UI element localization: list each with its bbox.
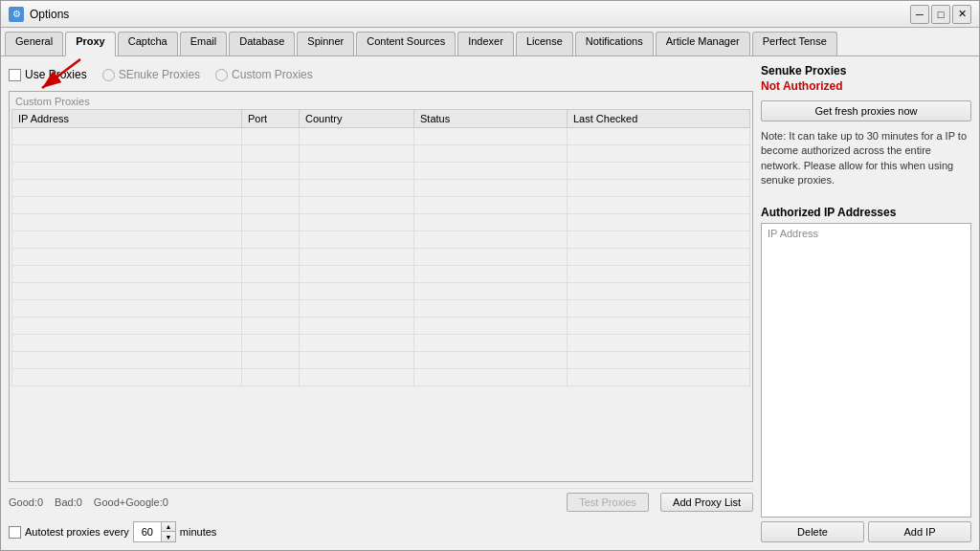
table-row bbox=[12, 231, 750, 249]
add-proxy-list-button[interactable]: Add Proxy List bbox=[660, 493, 753, 512]
use-proxies-checkbox[interactable] bbox=[9, 69, 21, 81]
content-area: Use Proxies SEnuke Proxies Custom Proxie… bbox=[1, 56, 979, 550]
test-proxies-button[interactable]: Test Proxies bbox=[567, 493, 649, 512]
use-proxies-checkbox-label[interactable]: Use Proxies bbox=[9, 68, 87, 81]
tab-indexer[interactable]: Indexer bbox=[457, 32, 514, 55]
tab-perfect-tense[interactable]: Perfect Tense bbox=[752, 32, 837, 55]
ip-box-header: IP Address bbox=[768, 228, 965, 241]
tab-proxy[interactable]: Proxy bbox=[65, 32, 116, 56]
tab-email[interactable]: Email bbox=[180, 32, 228, 55]
table-row bbox=[12, 335, 750, 352]
title-bar-left: ⚙ Options bbox=[9, 7, 69, 22]
senuke-section: Senuke Proxies Not Authorized Get fresh … bbox=[761, 64, 971, 198]
custom-proxies-label: Custom Proxies bbox=[232, 68, 313, 81]
col-header-ip: IP Address bbox=[12, 110, 242, 128]
delete-button[interactable]: Delete bbox=[761, 521, 864, 542]
autotest-input[interactable] bbox=[134, 525, 161, 539]
autotest-checkbox[interactable] bbox=[9, 526, 21, 539]
autotest-unit: minutes bbox=[180, 526, 217, 538]
col-header-last-checked: Last Checked bbox=[568, 110, 750, 128]
close-button[interactable]: ✕ bbox=[952, 5, 971, 24]
left-panel: Use Proxies SEnuke Proxies Custom Proxie… bbox=[9, 64, 753, 542]
bottom-bar: Good:0 Bad:0 Good+Google:0 Test Proxies … bbox=[9, 488, 753, 516]
minimize-button[interactable]: ─ bbox=[910, 5, 929, 24]
table-row bbox=[12, 180, 750, 197]
use-proxies-label: Use Proxies bbox=[25, 68, 87, 81]
custom-proxies-radio[interactable] bbox=[215, 69, 228, 81]
window-icon: ⚙ bbox=[9, 7, 24, 22]
table-row bbox=[12, 145, 750, 163]
proxy-table-body bbox=[12, 128, 750, 386]
spinner-up-button[interactable]: ▲ bbox=[162, 522, 175, 532]
authorized-title: Authorized IP Addresses bbox=[761, 206, 971, 219]
stat-bad: Bad:0 bbox=[55, 496, 82, 508]
table-row bbox=[12, 318, 750, 335]
custom-proxies-group-label: Custom Proxies bbox=[11, 94, 750, 109]
options-window: ⚙ Options ─ □ ✕ General Proxy Captcha Em… bbox=[0, 0, 980, 551]
table-row bbox=[12, 163, 750, 180]
senuke-status: Not Authorized bbox=[761, 79, 971, 93]
table-row bbox=[12, 249, 750, 266]
senuke-proxies-radio-label[interactable]: SEnuke Proxies bbox=[102, 68, 200, 81]
proxy-table: IP Address Port Country Status Last Chec… bbox=[11, 109, 750, 386]
right-panel: Senuke Proxies Not Authorized Get fresh … bbox=[761, 64, 971, 542]
senuke-proxies-label: SEnuke Proxies bbox=[119, 68, 200, 81]
tab-bar: General Proxy Captcha Email Database Spi… bbox=[1, 28, 979, 56]
table-row bbox=[12, 283, 750, 300]
tab-content-sources[interactable]: Content Sources bbox=[356, 32, 456, 55]
tab-spinner[interactable]: Spinner bbox=[297, 32, 354, 55]
table-row bbox=[12, 369, 750, 386]
senuke-proxies-radio[interactable] bbox=[102, 69, 115, 81]
spinner-arrows: ▲ ▼ bbox=[161, 522, 175, 541]
table-row bbox=[12, 128, 750, 145]
proxy-stats: Good:0 Bad:0 Good+Google:0 bbox=[9, 496, 168, 508]
add-ip-button[interactable]: Add IP bbox=[868, 521, 971, 542]
ip-address-box: IP Address bbox=[761, 223, 971, 518]
custom-proxies-group: Custom Proxies IP Address Port Country S… bbox=[9, 91, 753, 482]
spinner-down-button[interactable]: ▼ bbox=[162, 532, 175, 541]
proxy-table-wrapper: IP Address Port Country Status Last Chec… bbox=[11, 109, 750, 479]
col-header-status: Status bbox=[414, 110, 568, 128]
proxy-table-header: IP Address Port Country Status Last Chec… bbox=[12, 110, 750, 128]
autotest-spinner[interactable]: ▲ ▼ bbox=[133, 521, 176, 542]
title-bar: ⚙ Options ─ □ ✕ bbox=[1, 1, 979, 28]
table-row bbox=[12, 197, 750, 214]
col-header-port: Port bbox=[242, 110, 300, 128]
maximize-button[interactable]: □ bbox=[931, 5, 950, 24]
stat-good-google: Good+Google:0 bbox=[94, 496, 168, 508]
authorized-section: Authorized IP Addresses IP Address Delet… bbox=[761, 206, 971, 542]
custom-proxies-radio-label[interactable]: Custom Proxies bbox=[215, 68, 313, 81]
col-header-country: Country bbox=[300, 110, 414, 128]
autotest-row: Autotest proxies every ▲ ▼ minutes bbox=[9, 521, 753, 542]
get-fresh-proxies-button[interactable]: Get fresh proxies now bbox=[761, 100, 971, 121]
stat-good: Good:0 bbox=[9, 496, 43, 508]
tab-database[interactable]: Database bbox=[229, 32, 295, 55]
tab-general[interactable]: General bbox=[5, 32, 63, 55]
table-row bbox=[12, 300, 750, 318]
window-title: Options bbox=[30, 8, 69, 21]
proxy-options-row: Use Proxies SEnuke Proxies Custom Proxie… bbox=[9, 64, 753, 85]
title-buttons: ─ □ ✕ bbox=[910, 5, 971, 24]
tab-license[interactable]: License bbox=[516, 32, 573, 55]
table-row bbox=[12, 266, 750, 283]
senuke-note: Note: It can take up to 30 minutes for a… bbox=[761, 129, 971, 188]
tab-captcha[interactable]: Captcha bbox=[118, 32, 178, 55]
autotest-label: Autotest proxies every bbox=[25, 526, 129, 538]
tab-notifications[interactable]: Notifications bbox=[575, 32, 654, 55]
table-row bbox=[12, 214, 750, 231]
action-buttons: Delete Add IP bbox=[761, 521, 971, 542]
tab-article-manager[interactable]: Article Manager bbox=[656, 32, 750, 55]
senuke-title: Senuke Proxies bbox=[761, 64, 971, 77]
table-row bbox=[12, 352, 750, 369]
